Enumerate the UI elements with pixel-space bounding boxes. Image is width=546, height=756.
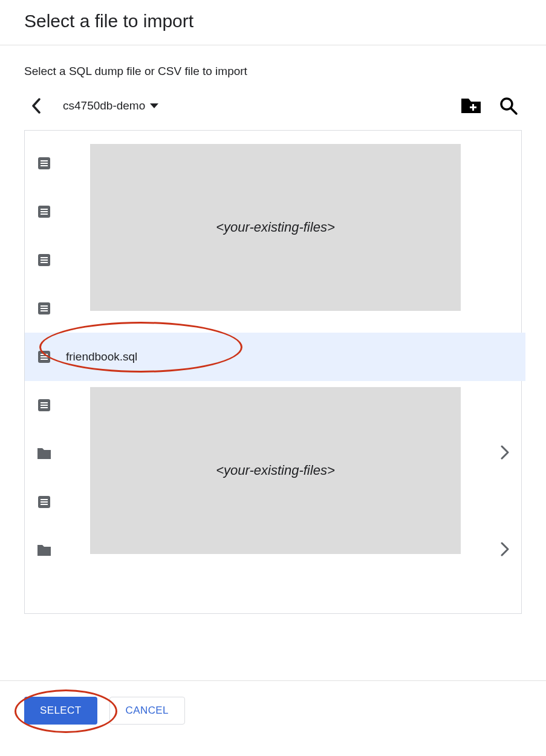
back-button[interactable] <box>24 94 48 118</box>
file-icon <box>37 398 51 412</box>
svg-rect-29 <box>41 499 48 500</box>
svg-rect-31 <box>41 504 48 505</box>
svg-rect-26 <box>41 405 48 406</box>
file-icon <box>37 204 51 219</box>
file-list-panel: <your-existing-files> <your-existing-fil… <box>24 130 522 614</box>
dialog-title: Select a file to import <box>0 0 546 45</box>
file-icon <box>37 350 51 364</box>
breadcrumb-label: cs4750db-demo <box>63 99 145 112</box>
svg-line-3 <box>511 108 516 114</box>
svg-rect-19 <box>41 310 48 311</box>
file-icon <box>37 495 51 509</box>
caret-down-icon <box>150 103 158 108</box>
folder-row[interactable] <box>25 429 521 478</box>
svg-rect-11 <box>41 213 48 215</box>
svg-rect-5 <box>41 160 48 161</box>
file-icon <box>37 301 51 316</box>
svg-rect-21 <box>41 354 48 355</box>
chevron-right-icon <box>501 542 509 559</box>
select-button[interactable]: SELECT <box>24 697 97 725</box>
svg-rect-30 <box>41 501 48 503</box>
svg-rect-14 <box>41 259 48 261</box>
cancel-button[interactable]: CANCEL <box>109 697 185 725</box>
svg-rect-17 <box>41 305 48 307</box>
breadcrumb-dropdown[interactable]: cs4750db-demo <box>63 99 158 112</box>
chevron-left-icon <box>31 98 41 114</box>
search-button[interactable] <box>495 93 522 119</box>
svg-rect-25 <box>41 402 48 403</box>
folder-icon <box>37 446 51 461</box>
svg-rect-15 <box>41 262 48 263</box>
file-row[interactable] <box>25 381 521 429</box>
folder-plus-icon <box>460 97 482 114</box>
svg-rect-10 <box>41 211 48 212</box>
dialog-subtitle: Select a SQL dump file or CSV file to im… <box>0 45 546 78</box>
file-row[interactable]: friendbook.sql <box>25 333 525 381</box>
svg-rect-13 <box>41 257 48 258</box>
svg-rect-7 <box>41 165 48 166</box>
file-name-label: friendbook.sql <box>66 350 509 363</box>
dialog-footer: SELECT CANCEL <box>0 680 546 740</box>
svg-rect-22 <box>41 356 48 357</box>
file-row[interactable] <box>25 478 521 526</box>
search-icon <box>499 96 518 116</box>
new-folder-button[interactable] <box>458 93 484 119</box>
file-row[interactable] <box>25 236 521 284</box>
svg-rect-9 <box>41 209 48 210</box>
svg-rect-23 <box>41 359 48 360</box>
file-row[interactable] <box>25 284 521 333</box>
file-row[interactable] <box>25 139 521 187</box>
toolbar: cs4750db-demo <box>0 78 546 130</box>
file-icon <box>37 253 51 267</box>
svg-rect-1 <box>470 106 476 108</box>
folder-icon <box>37 543 51 558</box>
chevron-right-icon <box>501 445 509 462</box>
folder-row[interactable] <box>25 526 521 575</box>
file-icon <box>37 156 51 171</box>
svg-rect-27 <box>41 407 48 408</box>
svg-rect-6 <box>41 163 48 164</box>
file-row[interactable] <box>25 187 521 236</box>
svg-rect-18 <box>41 308 48 309</box>
